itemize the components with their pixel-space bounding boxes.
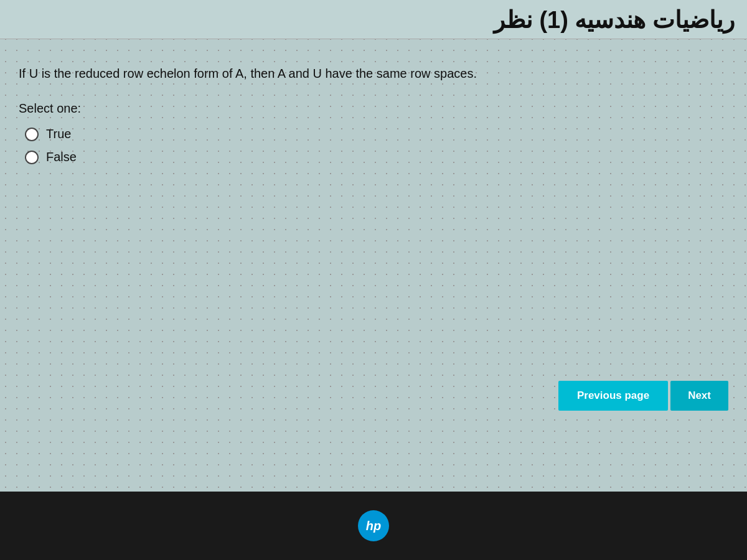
navigation-buttons: Previous page Next xyxy=(558,381,728,411)
page-title: رياضيات هندسيه (1) نظر xyxy=(494,7,735,33)
question-area: If U is the reduced row echelon form of … xyxy=(0,39,747,177)
hp-logo: hp xyxy=(358,510,389,541)
page-header: رياضيات هندسيه (1) نظر xyxy=(0,0,747,39)
main-content: رياضيات هندسيه (1) نظر If U is the reduc… xyxy=(0,0,747,492)
option-true[interactable]: True xyxy=(25,127,728,141)
select-label: Select one: xyxy=(19,101,728,116)
bottom-bar: hp xyxy=(0,492,747,560)
question-text: If U is the reduced row echelon form of … xyxy=(19,64,529,83)
radio-false[interactable] xyxy=(25,151,39,164)
option-false-label: False xyxy=(46,150,77,164)
options-container: True False xyxy=(25,127,728,164)
option-false[interactable]: False xyxy=(25,150,728,164)
option-true-label: True xyxy=(46,127,71,141)
next-page-button[interactable]: Next xyxy=(670,381,728,411)
previous-page-button[interactable]: Previous page xyxy=(558,381,668,411)
radio-true[interactable] xyxy=(25,128,39,141)
